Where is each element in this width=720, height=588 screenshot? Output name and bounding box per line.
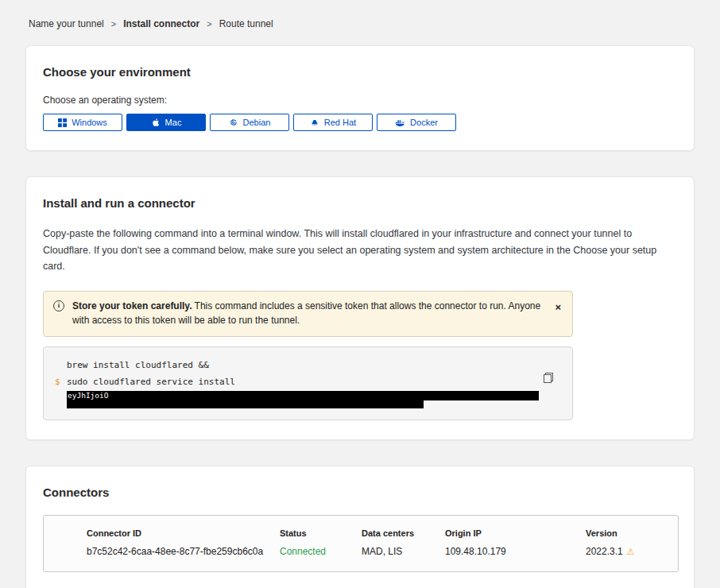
version-warning-icon: ⚠ [627,547,635,556]
os-button-label: Docker [410,118,438,127]
origin-ip-value: 109.48.10.179 [445,546,586,557]
os-button-label: Red Hat [324,118,356,127]
copy-icon[interactable] [544,373,553,383]
install-connector-card: Install and run a connector Copy-paste t… [25,176,695,440]
environment-card: Choose your environment Choose an operat… [25,45,695,151]
table-header-status: Status [280,528,362,538]
version-value: 2022.3.1⚠ [586,546,670,557]
install-card-description: Copy-paste the following command into a … [43,226,677,275]
table-header-data-centers: Data centers [362,528,445,538]
token-prefix-text: eyJhIjoiO [68,391,108,400]
os-button-label: Mac [165,118,182,127]
breadcrumb: Name your tunnel > Install connector > R… [25,0,695,45]
os-button-mac[interactable]: Mac [126,114,206,131]
table-header-origin-ip: Origin IP [445,528,586,538]
code-line: $ sudo cloudflared service install [55,374,540,391]
os-button-label: Windows [72,118,107,127]
table-header-connector-id: Connector ID [87,528,280,538]
windows-icon [58,118,67,127]
code-line: brew install cloudflared && [55,358,540,374]
install-card-title: Install and run a connector [43,196,677,210]
redacted-token-bar: eyJhIjoiO [67,391,539,400]
token-warning-banner: i Store your token carefully. This comma… [43,291,573,337]
breadcrumb-separator: > [111,19,116,29]
token-warning-bold: Store your token carefully. [72,300,192,311]
breadcrumb-step-route-tunnel[interactable]: Route tunnel [219,18,273,29]
connector-id-value: b7c52c42-6caa-48ee-8c77-fbe259cb6c0a [87,546,280,557]
breadcrumb-step-install-connector[interactable]: Install connector [123,18,199,29]
os-button-debian[interactable]: Debian [210,114,289,131]
code-line1-text: brew install cloudflared && [67,358,209,374]
breadcrumb-step-name-tunnel[interactable]: Name your tunnel [29,18,104,29]
debian-icon [229,118,238,127]
shell-prompt: $ [55,374,67,391]
redacted-token-bar [67,400,424,408]
breadcrumb-separator: > [207,19,211,29]
info-icon: i [53,300,64,311]
table-row: b7c52c42-6caa-48ee-8c77-fbe259cb6c0a Con… [44,546,678,557]
code-line2-text: sudo cloudflared service install [67,374,235,391]
connectors-card: Connectors Connector ID Status Data cent… [25,466,695,588]
docker-icon [395,118,405,127]
version-number: 2022.3.1 [586,546,623,557]
close-icon[interactable]: × [553,302,563,312]
apple-icon [151,118,161,127]
os-select-label: Choose an operating system: [43,95,677,106]
redhat-icon [310,118,319,127]
connectors-table: Connector ID Status Data centers Origin … [43,515,679,572]
connectors-card-title: Connectors [43,485,677,499]
os-button-redhat[interactable]: Red Hat [293,114,373,131]
os-button-label: Debian [243,118,271,127]
page: Name your tunnel > Install connector > R… [0,0,720,588]
table-header-version: Version [586,528,670,538]
os-button-group: Windows Mac Debian Red Hat [43,114,677,131]
token-warning-text: Store your token carefully. This command… [72,299,545,328]
prompt-spacer [55,358,67,374]
data-centers-value: MAD, LIS [362,546,445,557]
install-command-codeblock: brew install cloudflared && $ sudo cloud… [43,346,573,420]
environment-card-title: Choose your environment [43,65,677,79]
os-button-docker[interactable]: Docker [377,114,456,131]
status-badge: Connected [280,546,362,557]
os-button-windows[interactable]: Windows [43,114,122,131]
table-header-row: Connector ID Status Data centers Origin … [44,528,678,538]
